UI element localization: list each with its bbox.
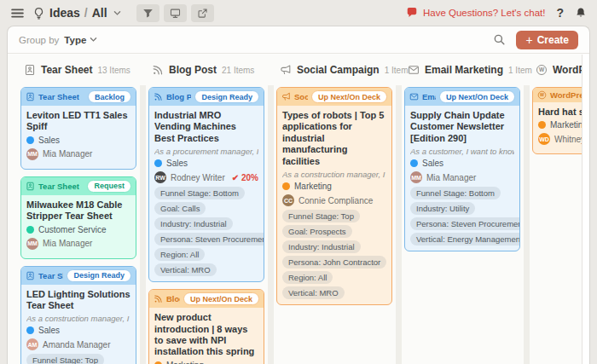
chevron-down-icon[interactable] <box>113 9 122 18</box>
status-badge: Up Next/On Deck <box>183 292 259 305</box>
monitor-icon <box>170 8 181 19</box>
board-column: Blog Post 21 Items Blog Post Design Read… <box>146 55 268 364</box>
kanban-card[interactable]: Blog Post Design Ready Industrial MRO Ve… <box>148 87 264 282</box>
card-title: Industrial MRO Vending Machines Best Pra… <box>154 110 258 144</box>
card-body: Hard hat safety Marketing WD Whitney Det… <box>533 102 582 153</box>
filter-button[interactable] <box>136 4 159 22</box>
team-color-dot <box>410 159 418 167</box>
help-button[interactable]: ? <box>556 6 564 20</box>
tag-pill: Region: All <box>154 248 205 261</box>
present-button[interactable] <box>164 4 187 22</box>
column-gutter <box>268 85 274 364</box>
board-toolbar: Group by Type + Create <box>8 26 589 54</box>
card-title: Milwaukee M18 Cable Stripper Tear Sheet <box>26 199 130 222</box>
envelope-icon <box>409 92 419 101</box>
card-type: Email M... <box>409 92 436 101</box>
team-row: Sales <box>154 159 258 168</box>
rss-icon <box>154 92 163 101</box>
column-header: Social Campaign 1 Item <box>274 55 396 85</box>
tag-list: Funnel Stage: TopGoal: ProspectsIndustry… <box>26 354 130 364</box>
status-badge: Design Ready <box>67 269 131 282</box>
kanban-card[interactable]: Tear Sheet Backlog Leviton LED TT1 Sales… <box>20 87 136 170</box>
kanban-card[interactable]: Tear Sheet Request Milwaukee M18 Cable S… <box>20 176 136 259</box>
progress-value: 20% <box>241 173 258 182</box>
topbar-buttons <box>136 4 214 22</box>
search-icon[interactable] <box>493 33 506 46</box>
megaphone-icon <box>280 64 292 76</box>
plus-icon: + <box>525 36 532 44</box>
card-type-label: WordPress <box>550 90 582 100</box>
tag-list: Funnel Stage: TopGoal: ProspectsIndustry… <box>282 210 386 299</box>
column-gutter <box>396 85 402 364</box>
kanban-card[interactable]: W WordPress Hard hat safety Marketing WD… <box>532 87 582 154</box>
topbar: Ideas / All Have Questions? Let's chat! … <box>0 0 597 26</box>
column-item-count: 13 Items <box>97 66 130 75</box>
assignee-name: Whitney Deten <box>554 135 582 144</box>
assignee-name: Mia Manager <box>426 173 476 182</box>
team-label: Sales <box>38 136 60 145</box>
card-header: Tear Sheet Backlog <box>21 88 136 106</box>
breadcrumb[interactable]: Ideas / All <box>32 6 122 20</box>
team-color-dot <box>26 326 34 334</box>
kanban-board: Tear Sheet 13 Items Tear Sheet Backlog L… <box>8 55 582 364</box>
tag-pill: Vertical: MRO <box>154 263 217 276</box>
card-header: Email M... Up Next/On Deck <box>405 88 519 106</box>
kanban-card[interactable]: Email M... Up Next/On Deck Supply Chain … <box>404 87 520 251</box>
column-gutter <box>524 85 530 364</box>
kanban-card[interactable]: Tear Sheet Design Ready LED Lighting Sol… <box>20 266 136 364</box>
card-type: Tear Sheet <box>26 92 79 101</box>
hamburger-menu-icon[interactable] <box>10 6 25 20</box>
tag-pill: Persona: Steven Procurement <box>410 217 520 230</box>
column-header: W WordPress <box>530 55 582 85</box>
card-body: Supply Chain Update Customer Newsletter … <box>405 106 519 251</box>
card-type: Tear Sheet <box>26 271 63 280</box>
chat-link[interactable]: Have Questions? Let's chat! <box>406 7 545 19</box>
team-color-dot <box>154 159 162 167</box>
bell-icon[interactable] <box>575 7 587 19</box>
status-badge: Request <box>87 180 131 193</box>
card-type-label: Blog Post <box>166 92 191 101</box>
board-column: W WordPress W WordPress Hard hat safety … <box>530 55 582 364</box>
breadcrumb-separator: / <box>84 6 88 20</box>
card-type-label: Tear Sheet <box>38 182 79 191</box>
card-type-label: Social C... <box>294 92 308 101</box>
group-by-value: Type <box>64 35 86 45</box>
tag-pill: Funnel Stage: Bottom <box>410 187 501 199</box>
chat-link-label: Have Questions? Let's chat! <box>423 8 545 18</box>
board-column: Email Marketing 1 Item Email M... Up Nex… <box>402 55 524 364</box>
card-type: Tear Sheet <box>26 182 79 191</box>
megaphone-icon <box>281 92 291 101</box>
tear-sheet-icon <box>26 182 35 191</box>
check-icon: ✔ <box>232 173 239 182</box>
kanban-card[interactable]: Social C... Up Next/On Deck Types of rob… <box>276 87 392 305</box>
tag-pill: Vertical: MRO <box>282 286 345 299</box>
card-title: Hard hat safety <box>538 107 582 118</box>
tag-pill: Vertical: Energy Management <box>410 233 520 246</box>
board-column: Tear Sheet 13 Items Tear Sheet Backlog L… <box>18 55 140 364</box>
main-panel: Group by Type + Create Tear Sheet 13 Ite… <box>7 26 590 364</box>
column-name: Tear Sheet <box>41 64 92 76</box>
tag-list: Funnel Stage: BottomGoal: CallsIndustry:… <box>154 187 258 276</box>
team-label: Sales <box>38 326 60 335</box>
lightbulb-icon <box>32 7 45 20</box>
group-by-select[interactable]: Type <box>64 35 98 45</box>
progress-indicator: ✔ 20% <box>232 173 258 182</box>
column-cards: Social C... Up Next/On Deck Types of rob… <box>274 85 396 305</box>
assignee-name: Mia Manager <box>43 239 92 248</box>
chevron-down-icon <box>89 35 98 44</box>
card-story: As a procurement manager, I want... <box>154 147 258 156</box>
create-button[interactable]: + Create <box>516 31 578 49</box>
tag-pill: Funnel Stage: Top <box>26 354 104 364</box>
assignee-name: Rodney Writer <box>171 173 225 182</box>
card-title: Leviton LED TT1 Sales Spiff <box>26 110 130 133</box>
card-body: Types of robots | Top 5 applications for… <box>277 106 391 304</box>
team-label: Marketing <box>550 120 582 130</box>
team-row: Marketing <box>282 182 386 191</box>
team-label: Customer Service <box>38 225 106 234</box>
tag-pill: Industry: Utility <box>410 202 475 215</box>
board-column: Social Campaign 1 Item Social C... Up Ne… <box>274 55 396 364</box>
rss-icon <box>154 294 163 303</box>
vertical-scrollbar[interactable] <box>582 55 589 364</box>
kanban-card[interactable]: Blog Post Up Next/On Deck New product in… <box>148 289 264 364</box>
share-button[interactable] <box>191 4 214 22</box>
